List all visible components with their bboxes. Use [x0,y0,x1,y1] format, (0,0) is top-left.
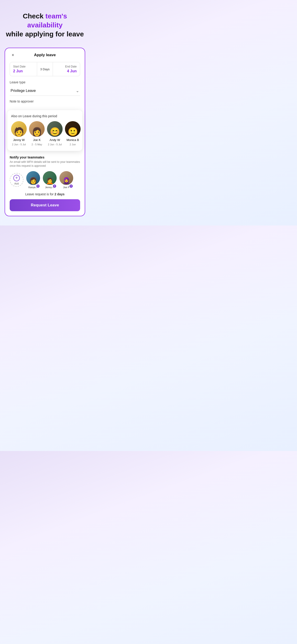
start-date-value: 2 Jun [13,69,34,73]
add-label: Add [14,182,19,185]
headline-line2: while applying for leave [6,30,84,38]
close-button[interactable]: × [10,52,16,58]
note-label: Note to approver [10,100,80,103]
notify-avatars-row: + Add 👩 × Kavya P 🙍 × Jenny H 🧕 [10,171,80,189]
kavya-avatar: 👩 [26,171,40,185]
notify-kavya: 👩 × Kavya P [26,171,40,189]
leave-summary-plain: Leave request is for [25,192,54,196]
andy-name: Andy W [50,138,60,142]
jenny-avatar: 🧑 [11,121,27,137]
leave-summary: Leave request is for 2 days [10,192,80,196]
modal-title: Apply leave [34,53,56,57]
monica-dates: 2 Jun [70,143,76,146]
teammate-joe: 👩 Joe K 2 - 5 May [29,121,45,146]
end-date-value: 4 Jun [56,69,77,73]
teammate-andy: 😊 Andy W 2 Jun - 5 Jul [47,121,62,146]
leave-type-select[interactable]: Privilege Leave ⌄ [10,86,80,96]
notify-jennyh: 🙍 × Jenny H [43,171,57,189]
chevron-down-icon: ⌄ [76,88,79,93]
also-on-leave-title: Also on Leave during this period [11,114,79,118]
jennyh-remove-btn[interactable]: × [52,184,57,188]
leave-summary-bold: 2 days [54,192,65,196]
joe-name: Joe K [33,138,40,142]
start-date-box: Start Date 2 Jun [10,62,37,76]
notify-section: Notify your teammates An email with WFH … [10,156,80,189]
andy-dates: 2 Jun - 5 Jul [48,143,62,146]
jenny-dates: 2 Jun - 5 Jul [12,143,26,146]
notify-title: Notify your teammates [10,156,80,159]
headline: Check team's availability while applying… [4,12,85,38]
days-badge: 3 Days [37,62,53,76]
leave-type-value: Privilege Leave [10,89,36,93]
add-teammate-button[interactable]: + Add [10,173,24,187]
joep-name: Joe P [63,186,70,189]
modal-header: × Apply leave [10,53,80,57]
request-leave-button[interactable]: Request Leave [10,199,80,211]
headline-plain: Check [23,12,45,20]
plus-icon: + [13,175,20,181]
also-on-leave-teammates: 🧑 Jenny W 2 Jun - 5 Jul 👩 Joe K 2 - 5 Ma… [11,121,79,146]
close-icon: × [12,53,14,58]
end-date-label: End Date [56,65,77,68]
monica-name: Monica B [66,138,79,142]
monica-avatar: 🙂 [65,121,80,137]
notify-desc: An email with WFH details will be sent t… [10,160,80,168]
also-on-leave-panel: Also on Leave during this period 🧑 Jenny… [7,110,82,151]
joe-avatar: 👩 [29,121,45,137]
jennyh-avatar: 🙍 [43,171,57,185]
apply-leave-card: × Apply leave Start Date 2 Jun 3 Days En… [4,48,85,216]
teammate-monica: 🙂 Monica B 2 Jun [65,121,80,146]
leave-type-label: Leave type [10,80,80,84]
notify-joep: 🧕 × Joe P [60,171,73,189]
teammate-jenny: 🧑 Jenny W 2 Jun - 5 Jul [11,121,27,146]
start-date-label: Start Date [13,65,34,68]
joep-remove-btn[interactable]: × [69,184,73,188]
days-count: 3 Days [40,68,50,71]
joe-dates: 2 - 5 May [32,143,42,146]
jenny-name: Jenny W [13,138,25,142]
date-row[interactable]: Start Date 2 Jun 3 Days End Date 4 Jun [10,62,80,76]
end-date-box: End Date 4 Jun [53,62,80,76]
joep-avatar: 🧕 [60,171,73,185]
kavya-remove-btn[interactable]: × [36,184,40,188]
andy-avatar: 😊 [47,121,62,137]
request-leave-label: Request Leave [31,203,59,207]
